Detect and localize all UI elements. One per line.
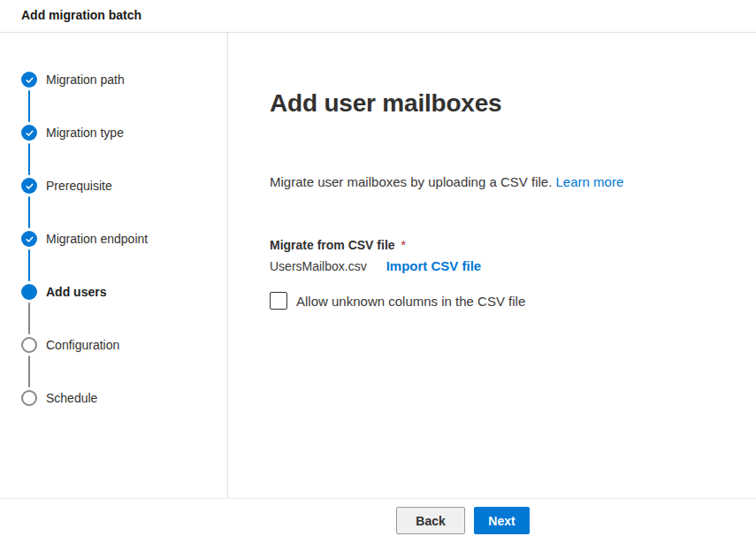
step-completed-check-icon	[21, 231, 37, 247]
stepper-step-migration-endpoint[interactable]: Migration endpoint	[21, 231, 148, 247]
step-label: Migration type	[46, 126, 124, 140]
allow-unknown-columns-checkbox[interactable]: Allow unknown columns in the CSV file	[270, 292, 721, 310]
stepper-step-add-users[interactable]: Add users	[21, 284, 106, 300]
step-label: Add users	[46, 285, 106, 299]
stepper-connector	[28, 143, 30, 175]
csv-file-name: UsersMailbox.csv	[270, 257, 367, 275]
csv-file-row: UsersMailbox.csv Import CSV file	[270, 257, 721, 275]
check-icon	[25, 234, 34, 244]
main-content: Add user mailboxes Migrate user mailboxe…	[228, 33, 756, 498]
step-label: Prerequisite	[46, 179, 112, 193]
step-upcoming-circle-icon	[21, 390, 37, 406]
check-icon	[25, 181, 34, 191]
wizard-footer: Back Next	[0, 498, 756, 544]
page-title: Add user mailboxes	[270, 88, 721, 119]
stepper-sidebar: Migration pathMigration typePrerequisite…	[0, 33, 228, 498]
check-icon	[25, 75, 34, 85]
description-text: Migrate user mailboxes by uploading a CS…	[270, 173, 721, 191]
stepper-step-migration-type[interactable]: Migration type	[21, 125, 124, 141]
required-asterisk: *	[401, 238, 405, 252]
stepper-step-schedule[interactable]: Schedule	[21, 390, 97, 406]
stepper-step-configuration[interactable]: Configuration	[21, 337, 119, 353]
step-completed-check-icon	[21, 72, 37, 88]
stepper-step-migration-path[interactable]: Migration path	[21, 72, 125, 88]
step-completed-check-icon	[21, 125, 37, 141]
step-current-dot-icon	[21, 284, 37, 300]
step-upcoming-circle-icon	[21, 337, 37, 353]
csv-field-label-text: Migrate from CSV file	[270, 238, 395, 252]
next-button[interactable]: Next	[474, 507, 530, 534]
wizard-title: Add migration batch	[21, 8, 141, 22]
check-icon	[25, 128, 34, 138]
import-csv-link[interactable]: Import CSV file	[386, 257, 482, 275]
csv-field-label: Migrate from CSV file *	[270, 236, 721, 254]
stepper-connector	[28, 249, 30, 281]
step-label: Migration path	[46, 73, 125, 87]
stepper-connector	[28, 356, 30, 387]
step-label: Schedule	[46, 391, 97, 405]
checkbox-label: Allow unknown columns in the CSV file	[296, 294, 525, 309]
wizard-header: Add migration batch	[0, 0, 756, 33]
stepper-connector	[28, 303, 30, 334]
checkbox-icon[interactable]	[270, 292, 287, 310]
stepper-connector	[28, 90, 30, 122]
step-label: Configuration	[46, 338, 119, 352]
step-completed-check-icon	[21, 178, 37, 194]
back-button[interactable]: Back	[396, 507, 465, 534]
description-label: Migrate user mailboxes by uploading a CS…	[270, 174, 552, 189]
step-label: Migration endpoint	[46, 232, 148, 246]
stepper-connector	[28, 196, 30, 228]
stepper-step-prerequisite[interactable]: Prerequisite	[21, 178, 112, 194]
learn-more-link[interactable]: Learn more	[556, 174, 624, 189]
